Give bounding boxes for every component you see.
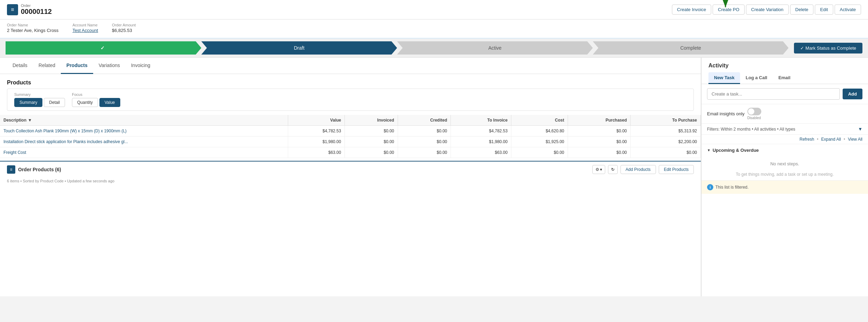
row2-to-invoice: $1,980.00: [451, 137, 511, 147]
gear-dropdown-icon: ▾: [600, 167, 602, 172]
order-amount-label: Order Amount: [112, 23, 136, 27]
col-cost: Cost: [511, 115, 568, 126]
email-insights-toggle[interactable]: Disabled: [747, 108, 761, 120]
account-name-field: Account Name Test Account: [72, 23, 98, 33]
row1-purchased: $0.00: [568, 126, 631, 137]
add-task-button[interactable]: Add: [843, 89, 862, 99]
task-input[interactable]: [707, 88, 840, 100]
row2-value: $1,980.00: [288, 137, 345, 147]
tab-new-task[interactable]: New Task: [708, 72, 740, 84]
chevron-down-icon: ▼: [707, 148, 711, 152]
row3-cost: $0.00: [511, 147, 568, 158]
tab-products[interactable]: Products: [61, 58, 93, 74]
col-to-purchase: To Purchase: [631, 115, 701, 126]
filtered-notice: i This list is filtered.: [701, 180, 868, 194]
tab-details[interactable]: Details: [7, 58, 33, 74]
row3-to-purchase: $0.00: [631, 147, 701, 158]
email-insights-row: Email insights only Disabled: [701, 104, 868, 124]
col-invoiced: Invoiced: [345, 115, 398, 126]
left-panel: Details Related Products Variations Invo…: [0, 58, 701, 296]
row3-description: Freight Cost: [0, 147, 288, 158]
upcoming-header[interactable]: ▼ Upcoming & Overdue: [707, 148, 862, 153]
table-row: Installation Direct stick application fo…: [0, 137, 701, 147]
main-layout: Details Related Products Variations Invo…: [0, 58, 868, 296]
create-po-button[interactable]: Create PO: [713, 5, 744, 15]
products-table: Description ▼ Value Invoiced Credited To…: [0, 115, 701, 158]
activity-links-row: Refresh • Expand All • View All: [701, 135, 868, 144]
tab-email[interactable]: Email: [773, 72, 796, 84]
footer-right: ⚙ ▾ ↻ Add Products Edit Products: [592, 165, 694, 174]
row1-value: $4,782.53: [288, 126, 345, 137]
gear-icon: ⚙: [595, 167, 599, 172]
col-purchased: Purchased: [568, 115, 631, 126]
no-steps-text: No next steps.: [707, 156, 862, 172]
activate-button[interactable]: Activate: [835, 5, 861, 15]
toggle-switch[interactable]: [747, 108, 761, 115]
add-products-button[interactable]: Add Products: [620, 165, 656, 174]
footer-icon: ≡: [7, 165, 15, 174]
col-credited: Credited: [398, 115, 451, 126]
row3-purchased: $0.00: [568, 147, 631, 158]
right-panel: Activity New Task Log a Call Email Add: [701, 58, 868, 296]
tab-variations[interactable]: Variations: [93, 58, 125, 74]
row2-cost: $1,925.00: [511, 137, 568, 147]
row3-product-link[interactable]: Freight Cost: [3, 150, 26, 155]
progress-step-active[interactable]: Active: [397, 41, 593, 55]
sort-icon[interactable]: ▼: [28, 118, 32, 123]
summary-btn[interactable]: Summary: [14, 98, 42, 107]
expand-all-link[interactable]: Expand All: [821, 137, 841, 142]
order-label: Order: [21, 3, 52, 8]
order-info: ≡ Order 00000112: [7, 3, 52, 16]
row1-credited: $0.00: [398, 126, 451, 137]
tab-invoicing[interactable]: Invoicing: [125, 58, 156, 74]
tab-log-call[interactable]: Log a Call: [740, 72, 773, 84]
account-name-link[interactable]: Test Account: [72, 28, 98, 33]
order-products-footer: ≡ Order Products (6) ⚙ ▾ ↻ Add Products …: [0, 161, 701, 177]
quantity-btn[interactable]: Quantity: [72, 98, 98, 107]
activity-header: Activity New Task Log a Call Email: [701, 58, 868, 84]
filter-icon[interactable]: ▼: [858, 126, 862, 132]
upcoming-label: Upcoming & Overdue: [713, 148, 759, 153]
email-insights-toggle-wrap: Email insights only Disabled: [707, 108, 761, 120]
order-number: 00000112: [21, 8, 52, 16]
order-amount-value: $6,825.53: [112, 28, 132, 33]
order-products-title: Order Products (6): [18, 167, 61, 172]
focus-filter-label: Focus: [72, 92, 120, 97]
create-invoice-button[interactable]: Create Invoice: [672, 5, 712, 15]
summary-filter-label: Summary: [14, 92, 65, 97]
value-btn[interactable]: Value: [99, 98, 120, 107]
progress-step-complete[interactable]: Complete: [593, 41, 788, 55]
gear-button[interactable]: ⚙ ▾: [592, 165, 605, 174]
task-input-row: Add: [701, 84, 868, 104]
detail-btn[interactable]: Detail: [44, 98, 65, 107]
row3-credited: $0.00: [398, 147, 451, 158]
col-value: Value: [288, 115, 345, 126]
row1-to-invoice: $4,782.53: [451, 126, 511, 137]
create-variation-button[interactable]: Create Variation: [746, 5, 789, 15]
delete-button[interactable]: Delete: [790, 5, 814, 15]
activity-tabs: New Task Log a Call Email: [708, 72, 861, 84]
progress-step-draft[interactable]: Draft: [201, 41, 397, 55]
row2-invoiced: $0.00: [345, 137, 398, 147]
table-row: Touch Collection Ash Plank 190mm (W) x 1…: [0, 126, 701, 137]
view-all-link[interactable]: View All: [848, 137, 862, 142]
mark-complete-button[interactable]: ✓ Mark Status as Complete: [794, 43, 862, 53]
row3-invoiced: $0.00: [345, 147, 398, 158]
col-to-invoice: To Invoice: [451, 115, 511, 126]
toggle-disabled-label: Disabled: [747, 116, 761, 120]
refresh-link[interactable]: Refresh: [800, 137, 814, 142]
edit-button[interactable]: Edit: [815, 5, 833, 15]
footer-left: ≡ Order Products (6): [7, 165, 61, 174]
refresh-button[interactable]: ↻: [608, 165, 618, 174]
no-steps-sub-text: To get things moving, add a task or set …: [707, 172, 862, 177]
row2-credited: $0.00: [398, 137, 451, 147]
progress-step-check: ✓: [6, 41, 201, 55]
row3-to-invoice: $63.00: [451, 147, 511, 158]
footer-subtitle: 6 items • Sorted by Product Code • Updat…: [0, 177, 701, 184]
meta-row: Order Name 2 Tester Ave, Kings Cross Acc…: [0, 19, 868, 39]
order-amount-field: Order Amount $6,825.53: [112, 23, 136, 33]
row2-product-link[interactable]: Installation Direct stick application fo…: [3, 139, 128, 144]
edit-products-button[interactable]: Edit Products: [659, 165, 694, 174]
tab-related[interactable]: Related: [33, 58, 61, 74]
row1-product-link[interactable]: Touch Collection Ash Plank 190mm (W) x 1…: [3, 129, 127, 133]
